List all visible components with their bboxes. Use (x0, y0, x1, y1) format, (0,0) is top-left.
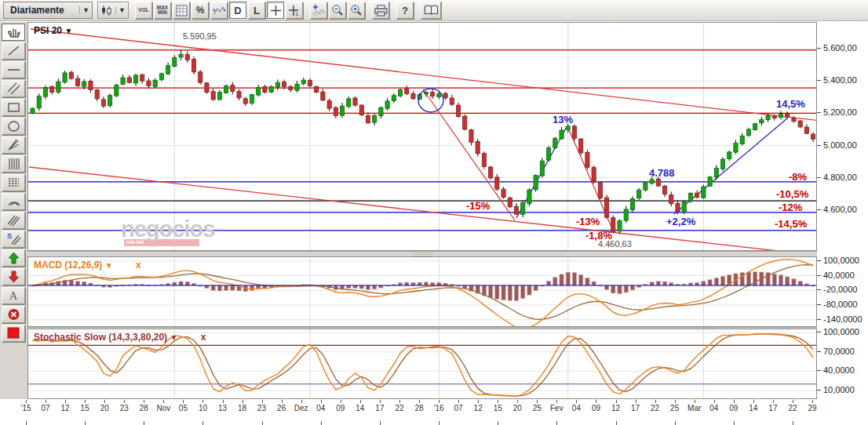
maxmin-button[interactable]: MAXMIN (154, 2, 171, 19)
date-tick (556, 421, 557, 425)
date-tick (399, 400, 400, 403)
manual-button[interactable] (421, 2, 441, 19)
tool-trend-line[interactable] (2, 42, 25, 60)
stochastic-axis: 100,000070,000040,000010,0000 (817, 329, 867, 399)
add-indicator-button[interactable] (310, 2, 327, 19)
stochastic-panel[interactable]: Stochastic Slow (14,3,3,80,20) ▼ x (27, 329, 817, 399)
axis-label: 5.600,00 (823, 43, 857, 53)
date-tick (144, 400, 144, 403)
date-tick (262, 400, 263, 403)
tool-speed-lines[interactable] (2, 212, 25, 229)
date-tick (812, 400, 813, 403)
percent-scale-button[interactable]: % (191, 2, 209, 19)
date-tick (517, 400, 518, 403)
macd-close-button[interactable]: x (136, 260, 141, 271)
date-tick (262, 421, 263, 425)
date-label: 13 (218, 404, 227, 412)
chevron-down-icon[interactable]: ▼ (105, 261, 113, 270)
chart-annotation: -12% (779, 202, 802, 213)
date-tick (714, 400, 715, 403)
date-tick (163, 400, 164, 403)
date-tick (183, 400, 184, 403)
date-label: 25 (533, 404, 542, 412)
tool-text[interactable]: A (2, 287, 25, 304)
axis-label: 4.600,00 (823, 205, 857, 214)
date-label: 22 (395, 404, 403, 412)
axis-tick (817, 209, 821, 210)
tool-rectangle[interactable] (2, 99, 25, 116)
tool-fibonacci-retracement[interactable] (2, 174, 25, 191)
panel-resize-divider[interactable] (27, 251, 817, 256)
tool-arrow-up[interactable] (2, 249, 25, 267)
date-label: 23 (120, 404, 129, 412)
fibonacci-arc-icon (5, 194, 22, 209)
tool-arrow-down[interactable] (2, 268, 25, 285)
date-tick (124, 400, 125, 403)
chart-style-dropdown[interactable]: ▼ (97, 2, 129, 19)
date-tick (616, 421, 617, 425)
date-tick (596, 400, 596, 403)
zoom-out-icon (331, 4, 344, 16)
tool-fibonacci-time-zones[interactable] (2, 155, 25, 173)
drawing-toolbox: SA (0, 22, 27, 401)
axis-tick (817, 145, 821, 146)
print-button[interactable] (372, 2, 389, 19)
macd-panel[interactable]: MACD (12,26,9) ▼ x (27, 256, 817, 327)
line-mode-button[interactable]: L (248, 2, 265, 19)
crosshair-button[interactable] (267, 2, 284, 19)
date-label: 07 (41, 404, 49, 412)
period-dropdown[interactable]: Diariamente ▼ (3, 2, 93, 19)
date-tick (793, 421, 793, 425)
date-label: 17 (375, 404, 384, 412)
grid-toggle-button[interactable] (173, 2, 190, 19)
date-tick (793, 400, 793, 403)
date-tick (46, 400, 46, 403)
date-label: 28 (414, 404, 423, 412)
arrow-up-icon (5, 250, 22, 266)
crosshair-label-icon: L (288, 5, 301, 16)
fit-chart-icon (213, 5, 226, 16)
tool-color-swatch[interactable] (2, 325, 25, 342)
arrow-down-icon (5, 269, 22, 285)
chart-annotation: -14,5% (775, 218, 807, 230)
fit-chart-button[interactable] (210, 2, 228, 19)
tool-fibonacci-arc[interactable] (2, 193, 25, 210)
date-tick (380, 421, 381, 425)
speed-resistance-lines-icon: S (5, 231, 22, 247)
chevron-down-icon[interactable]: ▼ (170, 333, 177, 342)
tool-delete[interactable] (2, 306, 25, 323)
tool-ellipse[interactable] (2, 118, 25, 135)
axis-label: 5.000,00 (823, 140, 857, 150)
date-tick (341, 400, 341, 403)
daily-mode-button[interactable]: D (229, 2, 246, 19)
tool-speed-resistance-lines[interactable]: S (2, 231, 25, 248)
volume-button[interactable]: VOL (135, 2, 152, 19)
date-tick (773, 400, 774, 403)
crosshair-label-button[interactable]: L (286, 2, 303, 19)
tool-pan-hand[interactable] (2, 24, 25, 41)
date-tick (695, 400, 695, 403)
date-tick (26, 400, 27, 403)
date-label: 10 (199, 404, 207, 412)
tool-horizontal-line[interactable] (2, 61, 25, 78)
date-label: 07 (454, 404, 463, 412)
price-chart-panel[interactable]: negocios ONLINE PSI 20 ▼ 5.590,95-15%13%… (27, 22, 817, 251)
date-tick (458, 400, 459, 403)
print-icon (374, 5, 388, 16)
date-label: 04 (572, 404, 581, 412)
axis-label: 70,0000 (823, 347, 855, 356)
macd-axis: 100,000040,0000-20,0000-80,0000-140,0000 (817, 256, 867, 327)
axis-tick (817, 370, 821, 371)
symbol-label[interactable]: PSI 20 ▼ (34, 25, 72, 36)
horizontal-line-icon (5, 62, 22, 78)
tool-fan-lines[interactable] (2, 136, 25, 154)
date-label: 20 (100, 404, 109, 412)
tool-parallel-lines[interactable] (2, 80, 25, 97)
zoom-out-button[interactable] (329, 2, 346, 19)
help-button[interactable]: ? (396, 2, 414, 19)
stochastic-close-button[interactable]: x (201, 332, 206, 343)
date-label: 09 (336, 404, 345, 412)
price-axis: 5.600,005.400,005.200,005.000,004.800,00… (817, 22, 867, 251)
chart-annotation: -10,5% (776, 188, 808, 200)
zoom-in-button[interactable] (348, 2, 365, 19)
